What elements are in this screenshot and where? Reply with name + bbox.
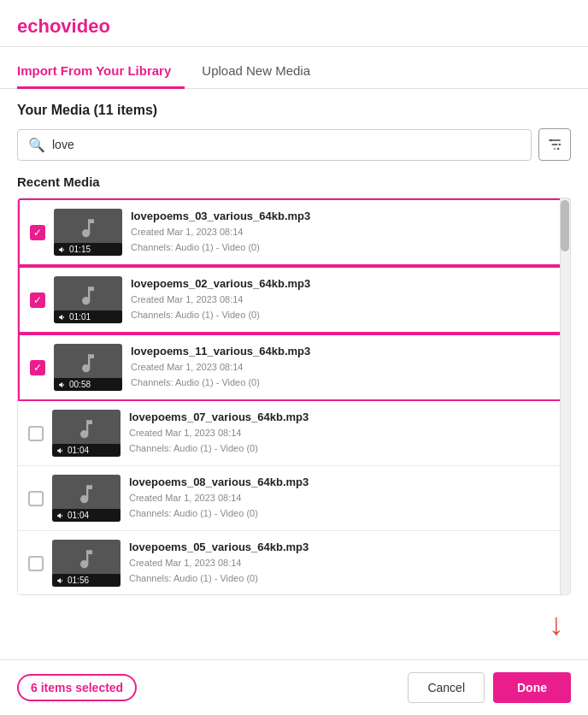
media-channels: Channels: Audio (1) - Video (0)	[131, 240, 551, 256]
media-name: lovepoems_08_various_64kb.mp3	[129, 476, 553, 488]
logo-pink: video	[61, 15, 109, 37]
media-checkbox[interactable]	[28, 426, 44, 441]
duration-badge: 01:56	[52, 574, 121, 587]
audio-icon	[74, 547, 98, 574]
logo: echovideo	[17, 15, 571, 38]
tab-bar: Import From Your Library Upload New Medi…	[0, 50, 588, 89]
search-icon: 🔍	[28, 137, 45, 153]
speaker-icon	[56, 576, 65, 585]
media-info: lovepoems_07_various_64kb.mp3 Created Ma…	[129, 411, 553, 456]
audio-icon	[74, 482, 98, 509]
media-thumbnail: 01:04	[52, 475, 121, 522]
media-created: Created Mar 1, 2023 08:14	[131, 292, 551, 308]
footer-buttons: Cancel Done	[408, 672, 571, 703]
media-created: Created Mar 1, 2023 08:14	[129, 426, 553, 441]
recent-media-title: Recent Media	[17, 174, 571, 189]
done-button[interactable]: Done	[493, 672, 571, 703]
media-channels: Channels: Audio (1) - Video (0)	[131, 375, 551, 391]
media-name: lovepoems_11_various_64kb.mp3	[131, 345, 551, 358]
audio-icon	[76, 216, 100, 243]
filter-icon	[546, 136, 563, 153]
scroll-arrow-indicator: ↓	[549, 606, 564, 642]
footer: 6 items selected Cancel Done	[0, 659, 588, 715]
header: echovideo	[0, 0, 588, 47]
media-checkbox[interactable]	[28, 491, 44, 506]
media-item[interactable]: 01:15 lovepoems_03_various_64kb.mp3 Crea…	[18, 198, 570, 266]
audio-icon	[76, 351, 100, 378]
search-input[interactable]	[52, 138, 520, 151]
svg-point-4	[559, 144, 562, 146]
media-thumbnail: 01:15	[54, 209, 122, 256]
speaker-icon	[58, 313, 67, 322]
duration-badge: 01:04	[52, 509, 121, 522]
media-checkbox[interactable]	[30, 292, 45, 308]
media-item[interactable]: 01:01 lovepoems_02_various_64kb.mp3 Crea…	[18, 266, 570, 334]
media-item[interactable]: 00:58 lovepoems_11_various_64kb.mp3 Crea…	[18, 334, 570, 401]
speaker-icon	[56, 511, 65, 520]
scrollbar-thumb[interactable]	[561, 200, 569, 251]
search-box[interactable]: 🔍	[17, 129, 532, 161]
media-info: lovepoems_08_various_64kb.mp3 Created Ma…	[129, 476, 553, 521]
media-info: lovepoems_02_various_64kb.mp3 Created Ma…	[131, 277, 551, 322]
filter-button[interactable]	[538, 128, 571, 161]
duration-badge: 01:15	[54, 243, 122, 256]
media-thumbnail: 01:56	[52, 540, 121, 587]
media-channels: Channels: Audio (1) - Video (0)	[129, 571, 553, 587]
speaker-icon	[56, 446, 65, 455]
duration-badge: 00:58	[54, 378, 122, 391]
speaker-icon	[58, 381, 67, 389]
media-name: lovepoems_03_various_64kb.mp3	[131, 210, 551, 222]
audio-icon	[74, 417, 98, 444]
media-created: Created Mar 1, 2023 08:14	[131, 225, 551, 240]
media-created: Created Mar 1, 2023 08:14	[129, 491, 553, 506]
svg-point-5	[557, 148, 560, 151]
your-media-title: Your Media (11 items)	[17, 103, 571, 118]
tab-upload[interactable]: Upload New Media	[202, 51, 324, 89]
media-info: lovepoems_05_various_64kb.mp3 Created Ma…	[129, 541, 553, 586]
media-name: lovepoems_07_various_64kb.mp3	[129, 411, 553, 423]
scrollbar-track[interactable]	[560, 198, 570, 594]
media-checkbox[interactable]	[30, 360, 45, 375]
logo-black: echo	[17, 15, 61, 37]
media-channels: Channels: Audio (1) - Video (0)	[131, 308, 551, 323]
media-name: lovepoems_05_various_64kb.mp3	[129, 541, 553, 553]
media-thumbnail: 01:04	[52, 410, 121, 457]
cancel-button[interactable]: Cancel	[408, 672, 485, 703]
media-checkbox[interactable]	[28, 556, 44, 571]
media-thumbnail: 01:01	[54, 276, 122, 323]
search-row: 🔍	[17, 128, 571, 161]
media-channels: Channels: Audio (1) - Video (0)	[129, 506, 553, 522]
audio-icon	[76, 283, 100, 310]
media-info: lovepoems_03_various_64kb.mp3 Created Ma…	[131, 210, 551, 255]
duration-badge: 01:01	[54, 310, 122, 323]
media-item[interactable]: 01:04 lovepoems_07_various_64kb.mp3 Crea…	[18, 401, 570, 466]
media-thumbnail: 00:58	[54, 344, 122, 391]
tab-import[interactable]: Import From Your Library	[17, 51, 185, 89]
svg-point-3	[550, 139, 553, 142]
media-list: 01:15 lovepoems_03_various_64kb.mp3 Crea…	[17, 198, 571, 595]
media-created: Created Mar 1, 2023 08:14	[131, 360, 551, 375]
media-checkbox[interactable]	[30, 225, 45, 240]
media-created: Created Mar 1, 2023 08:14	[129, 556, 553, 571]
media-item[interactable]: 01:56 lovepoems_05_various_64kb.mp3 Crea…	[18, 531, 570, 595]
media-name: lovepoems_02_various_64kb.mp3	[131, 277, 551, 290]
speaker-icon	[58, 245, 67, 254]
duration-badge: 01:04	[52, 444, 121, 457]
media-item[interactable]: 01:04 lovepoems_08_various_64kb.mp3 Crea…	[18, 466, 570, 531]
media-info: lovepoems_11_various_64kb.mp3 Created Ma…	[131, 345, 551, 390]
main-content: Your Media (11 items) 🔍 Recent Media	[0, 89, 588, 609]
items-selected-badge: 6 items selected	[17, 674, 137, 701]
media-channels: Channels: Audio (1) - Video (0)	[129, 441, 553, 457]
